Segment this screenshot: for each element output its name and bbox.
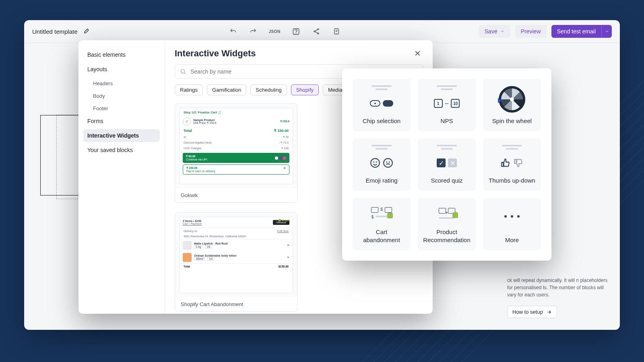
- chip-shopify[interactable]: Shopify: [291, 84, 319, 95]
- chip-scheduling[interactable]: Scheduling: [250, 84, 287, 95]
- tile-cart-abandonment[interactable]: $$ Cart abandonment: [353, 198, 411, 250]
- chip-gamification[interactable]: Gamification: [207, 84, 246, 95]
- svg-point-7: [371, 158, 380, 167]
- tile-scored-quiz[interactable]: ✓✕ Scored quiz: [418, 138, 476, 191]
- svg-point-11: [386, 162, 387, 162]
- save-button[interactable]: Save: [479, 25, 510, 38]
- svg-point-1: [296, 33, 296, 33]
- card-label: Gokwik: [175, 188, 297, 202]
- redo-icon[interactable]: [249, 27, 258, 36]
- tile-nps[interactable]: 1–10 NPS: [418, 79, 476, 131]
- svg-point-4: [318, 33, 319, 34]
- svg-point-6: [181, 70, 185, 73]
- modal-sidebar: Basic elements Layouts Headers Body Foot…: [78, 40, 165, 314]
- tile-emoji-rating[interactable]: Emoji rating: [353, 138, 411, 191]
- edit-title-icon[interactable]: [82, 27, 91, 36]
- svg-point-8: [374, 162, 374, 162]
- notes-icon[interactable]: [332, 27, 341, 36]
- search-icon: [180, 68, 186, 75]
- modal-title: Interactive Widgets: [175, 48, 256, 59]
- close-icon[interactable]: ✕: [412, 49, 423, 58]
- nav-layouts[interactable]: Layouts: [83, 63, 160, 76]
- card-label: Shopify Cart Abandonment: [175, 297, 297, 311]
- help-icon[interactable]: [292, 27, 301, 36]
- how-to-setup-button[interactable]: How to setup: [507, 306, 557, 318]
- nav-headers[interactable]: Headers: [83, 77, 160, 90]
- send-test-caret[interactable]: [601, 25, 612, 38]
- panel-desc: ck will repeat dynamically. It will n pl…: [507, 277, 612, 298]
- tile-thumbs[interactable]: Thumbs up-down: [483, 138, 541, 191]
- nav-basic-elements[interactable]: Basic elements: [83, 48, 160, 61]
- nav-footer[interactable]: Footer: [83, 102, 160, 115]
- tile-spin-wheel[interactable]: Spin the wheel: [483, 79, 541, 131]
- card-gokwik[interactable]: Step 1/2: Finalize Cart 🛒 🛒Sample Produc…: [175, 103, 297, 203]
- card-cart-abandonment[interactable]: 🟢 shopify 2 Items • $150Cart › PaymentCh…: [175, 212, 297, 312]
- send-test-button[interactable]: Send test email: [551, 25, 602, 38]
- json-button[interactable]: JSON: [269, 29, 281, 34]
- tile-chip-selection[interactable]: ● Chip selection: [353, 79, 411, 131]
- svg-point-10: [384, 158, 392, 167]
- undo-icon[interactable]: [229, 27, 237, 36]
- svg-point-3: [314, 31, 315, 32]
- tile-more[interactable]: More: [483, 198, 541, 250]
- preview-button[interactable]: Preview: [515, 25, 547, 38]
- nav-saved-blocks[interactable]: Your saved blocks: [83, 144, 160, 156]
- nav-interactive-widgets[interactable]: Interactive Widgets: [83, 129, 160, 142]
- svg-point-9: [376, 162, 377, 162]
- app-header: Untitled template JSON Save Preview Send…: [24, 20, 620, 43]
- svg-point-12: [389, 162, 390, 162]
- tile-product-recommendation[interactable]: Product Recommendation: [418, 198, 476, 250]
- share-icon[interactable]: [312, 27, 321, 36]
- nav-body[interactable]: Body: [83, 90, 160, 102]
- template-title: Untitled template: [32, 28, 78, 35]
- chip-ratings[interactable]: Ratings: [175, 84, 203, 95]
- widget-tiles-panel: ● Chip selection 1–10 NPS Spin the wheel…: [342, 68, 551, 261]
- nav-forms[interactable]: Forms: [83, 115, 160, 128]
- svg-point-2: [318, 29, 319, 30]
